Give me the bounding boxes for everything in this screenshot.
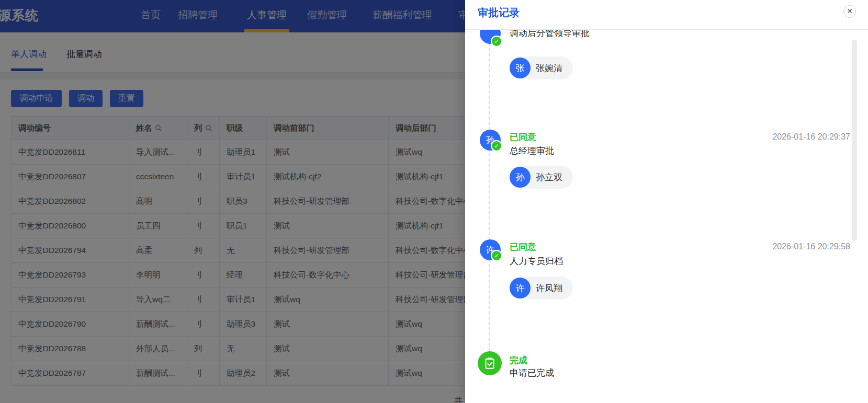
step-name: 总经理审批 — [510, 145, 554, 157]
clipboard-check-icon — [478, 351, 502, 375]
step-status: 完成 — [510, 354, 527, 366]
step-status: 已同意 — [510, 241, 536, 253]
step-name: 调动后分管领导审批 — [510, 30, 590, 39]
approver-chip: 张 张婉清 — [510, 56, 573, 79]
drawer-backdrop-mask[interactable] — [0, 0, 465, 403]
approver-name: 孙立双 — [536, 171, 562, 183]
step-timestamp: 2026-01-16 20:29:58 — [772, 242, 850, 251]
drawer-header: 审批记录 ✕ — [465, 0, 868, 30]
approver-name: 张婉清 — [536, 62, 562, 74]
approval-timeline: ✓ 调动后分管领导审批 张 张婉清 孙 ✓ 已同意 总经理审批 2026-01-… — [465, 30, 868, 403]
drawer-title: 审批记录 — [478, 6, 520, 20]
approver-chip: 许 许凤翔 — [510, 277, 573, 300]
approver-name: 许凤翔 — [536, 282, 562, 294]
avatar: 孙 — [510, 167, 531, 188]
avatar: 许 — [510, 278, 531, 298]
close-icon[interactable]: ✕ — [843, 5, 856, 18]
approver-chip: 孙 孙立双 — [510, 166, 573, 189]
step-name: 申请已完成 — [510, 367, 554, 379]
step-name: 人力专员归档 — [510, 255, 563, 267]
step-timestamp: 2026-01-16 20:29:37 — [772, 132, 850, 142]
timeline-dashed-line — [489, 43, 490, 351]
step-status: 已同意 — [510, 131, 536, 143]
check-badge-icon: ✓ — [492, 141, 501, 151]
check-badge-icon: ✓ — [492, 37, 501, 46]
page: 源系统 首页 招聘管理 人事管理 假勤管理 薪酬福利管理 审 单人调动 批量调动… — [0, 0, 868, 403]
approval-record-drawer: 审批记录 ✕ ✓ 调动后分管领导审批 张 张婉清 孙 ✓ 已同意 总经理审批 2… — [465, 0, 868, 403]
check-badge-icon: ✓ — [492, 251, 501, 260]
drawer-scrollbar-thumb[interactable] — [852, 40, 857, 241]
avatar: 张 — [510, 57, 531, 78]
